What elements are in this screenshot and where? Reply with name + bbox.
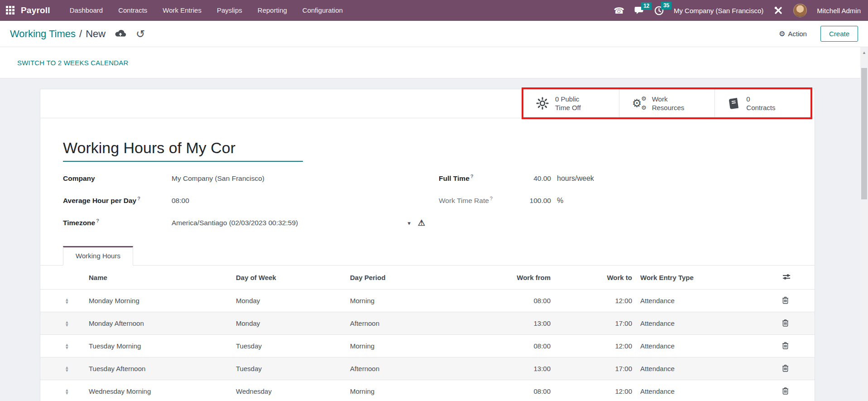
menu-payslips[interactable]: Payslips bbox=[209, 0, 250, 21]
stat-button-text: 0 Public Time Off bbox=[555, 95, 581, 112]
user-avatar[interactable] bbox=[793, 4, 807, 17]
table-row[interactable]: ▴▾ Tuesday Afternoon Tuesday Afternoon 1… bbox=[40, 357, 815, 380]
drag-handle-icon[interactable]: ▴▾ bbox=[66, 366, 71, 372]
cell-day[interactable]: Monday bbox=[236, 319, 350, 327]
cell-name[interactable]: Tuesday Morning bbox=[89, 342, 236, 350]
help-marker: ? bbox=[96, 218, 99, 223]
menu-work-entries[interactable]: Work Entries bbox=[155, 0, 209, 21]
drag-handle-icon[interactable]: ▴▾ bbox=[66, 343, 71, 349]
scrollbar-thumb[interactable] bbox=[861, 68, 867, 199]
company-switcher[interactable]: My Company (San Francisco) bbox=[674, 7, 763, 14]
user-menu[interactable]: Mitchell Admin bbox=[817, 7, 861, 14]
menu-configuration[interactable]: Configuration bbox=[295, 0, 350, 21]
stat-value: 0 Public bbox=[555, 95, 579, 103]
activities-icon[interactable]: 35 bbox=[654, 6, 664, 15]
public-time-off-button[interactable]: 0 Public Time Off bbox=[523, 89, 619, 117]
menu-reporting[interactable]: Reporting bbox=[250, 0, 295, 21]
column-options-icon[interactable] bbox=[782, 273, 791, 280]
cell-work-to[interactable]: 17:00 bbox=[551, 365, 632, 372]
drag-handle-icon[interactable]: ▴▾ bbox=[66, 320, 71, 327]
delete-row-icon[interactable] bbox=[782, 342, 789, 349]
cell-work-from[interactable]: 08:00 bbox=[480, 297, 551, 304]
table-row[interactable]: ▴▾ Tuesday Morning Tuesday Morning 08:00… bbox=[40, 334, 815, 357]
drag-handle-icon[interactable]: ▴▾ bbox=[66, 298, 71, 304]
messages-icon[interactable]: 12 bbox=[634, 6, 644, 15]
cell-work-entry-type[interactable]: Attendance bbox=[632, 297, 765, 304]
cell-name[interactable]: Wednesday Morning bbox=[89, 387, 236, 395]
cell-period[interactable]: Morning bbox=[350, 387, 480, 395]
timezone-label: Timezone? bbox=[63, 218, 172, 227]
cell-name[interactable]: Monday Morning bbox=[89, 297, 236, 304]
average-hour-value[interactable]: 08:00 bbox=[172, 197, 189, 205]
cell-work-entry-type[interactable]: Attendance bbox=[632, 342, 765, 350]
tools-icon bbox=[773, 5, 783, 15]
apps-grid-icon[interactable] bbox=[6, 6, 15, 15]
cell-period[interactable]: Morning bbox=[350, 342, 480, 350]
cell-work-from[interactable]: 08:00 bbox=[480, 342, 551, 350]
working-hours-name-input[interactable]: Working Hours of My Cor bbox=[63, 139, 303, 162]
tab-working-hours[interactable]: Working Hours bbox=[63, 246, 133, 266]
full-time-value[interactable]: 40.00 bbox=[520, 174, 551, 183]
cell-day[interactable]: Monday bbox=[236, 297, 350, 304]
action-cell bbox=[765, 387, 815, 396]
cell-work-entry-type[interactable]: Attendance bbox=[632, 387, 765, 395]
table-row[interactable]: ▴▾ Wednesday Morning Wednesday Morning 0… bbox=[40, 380, 815, 401]
timezone-select[interactable]: America/Santiago (02/03/2023 00:32:59) ▾… bbox=[172, 219, 425, 227]
handle-cell: ▴▾ bbox=[40, 343, 89, 349]
create-button[interactable]: Create bbox=[820, 26, 858, 42]
delete-row-icon[interactable] bbox=[782, 387, 789, 395]
header-work-from: Work from bbox=[480, 274, 551, 281]
form-fields: Company My Company (San Francisco) Avera… bbox=[40, 174, 815, 227]
vertical-scrollbar[interactable]: ▲ bbox=[860, 47, 868, 401]
discard-button[interactable]: ↺ bbox=[136, 29, 145, 39]
debug-tools-icon[interactable] bbox=[773, 5, 783, 15]
delete-row-icon[interactable] bbox=[782, 296, 789, 304]
cell-day[interactable]: Wednesday bbox=[236, 387, 350, 395]
stat-button-text: Work Resources bbox=[652, 95, 685, 112]
cell-period[interactable]: Afternoon bbox=[350, 319, 480, 327]
cell-name[interactable]: Tuesday Afternoon bbox=[89, 365, 236, 372]
cell-work-from[interactable]: 13:00 bbox=[480, 365, 551, 372]
cell-day[interactable]: Tuesday bbox=[236, 365, 350, 372]
cell-work-from[interactable]: 13:00 bbox=[480, 319, 551, 327]
help-marker: ? bbox=[470, 174, 474, 179]
delete-row-icon[interactable] bbox=[782, 319, 789, 327]
switch-two-weeks-link[interactable]: SWITCH TO 2 WEEKS CALENDAR bbox=[17, 59, 129, 67]
cell-period[interactable]: Morning bbox=[350, 297, 480, 304]
cell-work-entry-type[interactable]: Attendance bbox=[632, 365, 765, 372]
main-menu: Dashboard Contracts Work Entries Payslip… bbox=[62, 0, 350, 21]
handle-cell: ▴▾ bbox=[40, 388, 89, 395]
navbar-systray: ☎ 12 35 My Company (San Francisco) bbox=[614, 4, 868, 17]
cell-period[interactable]: Afternoon bbox=[350, 365, 480, 372]
cell-work-from[interactable]: 08:00 bbox=[480, 387, 551, 395]
drag-handle-icon[interactable]: ▴▾ bbox=[66, 388, 71, 395]
cell-name[interactable]: Monday Afternoon bbox=[89, 319, 236, 327]
calendar-banner: SWITCH TO 2 WEEKS CALENDAR bbox=[0, 47, 860, 78]
stat-value: Work bbox=[652, 95, 668, 103]
cell-work-to[interactable]: 17:00 bbox=[551, 319, 632, 327]
chevron-down-icon[interactable]: ▾ bbox=[408, 220, 411, 227]
delete-row-icon[interactable] bbox=[782, 364, 789, 372]
contracts-button[interactable]: 0 Contracts bbox=[715, 89, 810, 117]
handle-cell: ▴▾ bbox=[40, 320, 89, 327]
company-value[interactable]: My Company (San Francisco) bbox=[172, 174, 264, 183]
table-row[interactable]: ▴▾ Monday Afternoon Monday Afternoon 13:… bbox=[40, 312, 815, 334]
menu-contracts[interactable]: Contracts bbox=[110, 0, 155, 21]
voip-phone-icon[interactable]: ☎ bbox=[614, 6, 624, 15]
company-label: Company bbox=[63, 174, 172, 183]
label-text: Work Time Rate bbox=[439, 197, 489, 204]
app-name[interactable]: Payroll bbox=[21, 5, 50, 15]
work-time-rate-value[interactable]: 100.00 bbox=[520, 197, 551, 205]
breadcrumb-working-times[interactable]: Working Times bbox=[10, 28, 76, 40]
cell-day[interactable]: Tuesday bbox=[236, 342, 350, 350]
table-row[interactable]: ▴▾ Monday Morning Monday Morning 08:00 1… bbox=[40, 289, 815, 312]
cell-work-to[interactable]: 12:00 bbox=[551, 387, 632, 395]
scrollbar-up-arrow[interactable]: ▲ bbox=[860, 47, 868, 55]
save-record-button[interactable] bbox=[115, 29, 127, 39]
cell-work-to[interactable]: 12:00 bbox=[551, 342, 632, 350]
action-menu-button[interactable]: ⚙ Action bbox=[779, 29, 807, 38]
menu-dashboard[interactable]: Dashboard bbox=[62, 0, 110, 21]
cell-work-to[interactable]: 12:00 bbox=[551, 297, 632, 304]
cell-work-entry-type[interactable]: Attendance bbox=[632, 319, 765, 327]
work-resources-button[interactable]: ⚙⚙⚙ Work Resources bbox=[619, 89, 715, 117]
